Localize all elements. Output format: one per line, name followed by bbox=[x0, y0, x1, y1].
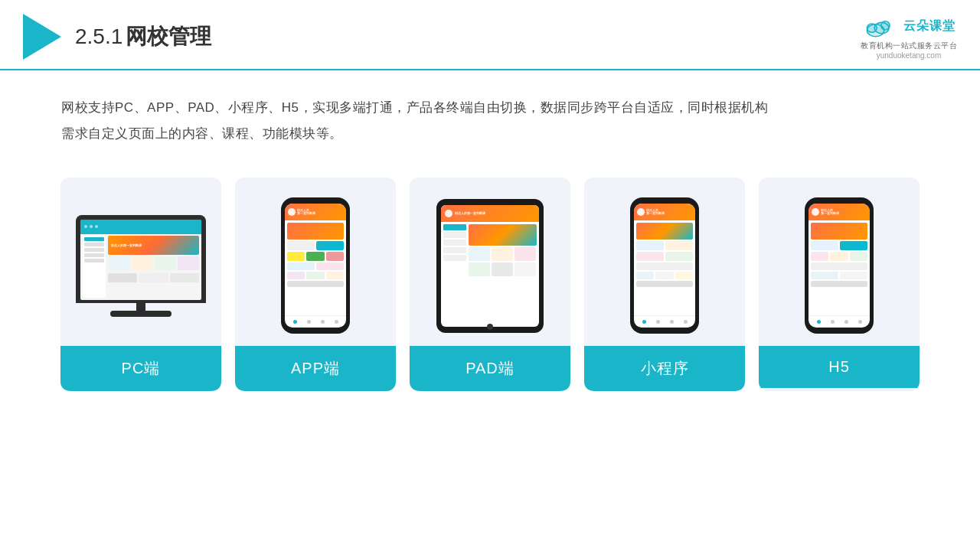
cloud-logo-icon bbox=[862, 15, 899, 39]
section-number: 2.5.1 bbox=[75, 24, 122, 48]
description-block: 网校支持PC、APP、PAD、小程序、H5，实现多端打通，产品各终端自由切换，数… bbox=[0, 70, 980, 162]
tablet-home-button bbox=[487, 324, 493, 330]
pc-image-area: 职达人的第一堂判断课 bbox=[60, 178, 221, 346]
app-image-area: 职达人的第一堂判断课 bbox=[235, 178, 396, 346]
app-label: APP端 bbox=[235, 346, 396, 391]
mini-program-card: 职达人的第一堂判断课 bbox=[584, 178, 745, 391]
mini-program-phone-mockup: 职达人的第一堂判断课 bbox=[630, 197, 699, 334]
brand-logo: 云朵课堂 bbox=[862, 15, 956, 39]
header-left: 2.5.1网校管理 bbox=[23, 14, 211, 60]
device-cards-container: 职达人的第一堂判断课 bbox=[0, 162, 980, 414]
description-line1: 网校支持PC、APP、PAD、小程序、H5，实现多端打通，产品各终端自由切换，数… bbox=[61, 95, 919, 121]
brand-tagline: 教育机构一站式服务云平台 bbox=[861, 41, 957, 51]
mini-program-label: 小程序 bbox=[584, 346, 745, 391]
brand-url: yunduoketang.com bbox=[877, 51, 942, 60]
page-title: 2.5.1网校管理 bbox=[75, 22, 211, 51]
brand-name: 云朵课堂 bbox=[903, 18, 956, 34]
h5-label: H5 bbox=[759, 346, 920, 388]
pad-image-area: 职达人的第一堂判断课 bbox=[410, 178, 570, 346]
app-card: 职达人的第一堂判断课 bbox=[235, 178, 396, 391]
h5-card: 职达人的第一堂判断课 bbox=[759, 178, 920, 391]
pc-label: PC端 bbox=[60, 346, 221, 391]
page-header: 2.5.1网校管理 云朵课堂 教育机构一站式服务云平台 yunduoketang… bbox=[0, 0, 980, 70]
h5-phone-mockup: 职达人的第一堂判断课 bbox=[805, 197, 874, 334]
pad-label: PAD端 bbox=[410, 346, 570, 391]
app-phone-mockup: 职达人的第一堂判断课 bbox=[281, 197, 350, 334]
h5-image-area: 职达人的第一堂判断课 bbox=[759, 178, 920, 346]
pc-card: 职达人的第一堂判断课 bbox=[60, 178, 221, 391]
mini-program-image-area: 职达人的第一堂判断课 bbox=[584, 178, 745, 346]
pad-tablet-mockup: 职达人的第一堂判断课 bbox=[436, 199, 544, 333]
description-line2: 需求自定义页面上的内容、课程、功能模块等。 bbox=[61, 121, 919, 147]
logo-triangle-icon bbox=[23, 14, 61, 60]
pad-card: 职达人的第一堂判断课 bbox=[410, 178, 570, 391]
brand-logo-area: 云朵课堂 教育机构一站式服务云平台 yunduoketang.com bbox=[861, 15, 957, 60]
pc-mockup: 职达人的第一堂判断课 bbox=[76, 215, 206, 317]
